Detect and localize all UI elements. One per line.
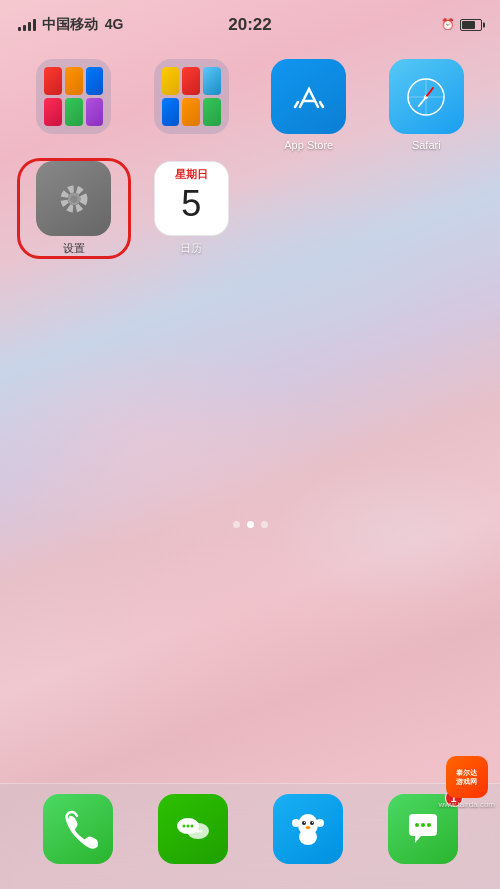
calendar-app[interactable]: 星期日 5 日历 bbox=[138, 161, 246, 256]
svg-point-17 bbox=[199, 830, 202, 833]
svg-point-20 bbox=[310, 821, 314, 825]
settings-label: 设置 bbox=[63, 241, 85, 256]
svg-point-24 bbox=[299, 829, 317, 845]
folder2-icon[interactable] bbox=[138, 59, 246, 151]
calendar-icon: 星期日 5 bbox=[154, 161, 229, 236]
folder-mini-6 bbox=[86, 98, 104, 126]
safari-app[interactable]: Safari bbox=[373, 59, 481, 151]
svg-point-28 bbox=[421, 823, 425, 827]
svg-point-27 bbox=[415, 823, 419, 827]
svg-point-19 bbox=[302, 821, 306, 825]
watermark-logo: 泰尔达游戏网 bbox=[446, 756, 488, 798]
wechat-dock-app[interactable] bbox=[158, 794, 228, 864]
svg-point-29 bbox=[427, 823, 431, 827]
status-bar: 中国移动 4G 20:22 ⏰ bbox=[0, 0, 500, 44]
folder2-mini-6 bbox=[203, 98, 221, 126]
folder2-bg bbox=[154, 59, 229, 134]
svg-point-21 bbox=[303, 822, 304, 823]
folder2-mini-3 bbox=[203, 67, 221, 95]
phone-icon bbox=[43, 794, 113, 864]
folder-mini-4 bbox=[44, 98, 62, 126]
svg-line-5 bbox=[419, 97, 426, 106]
page-dot-2[interactable] bbox=[247, 521, 254, 528]
folder2-mini-1 bbox=[162, 67, 180, 95]
svg-point-23 bbox=[305, 826, 310, 829]
appstore-label: App Store bbox=[284, 139, 333, 151]
svg-point-22 bbox=[311, 822, 312, 823]
folder1-bg bbox=[36, 59, 111, 134]
svg-point-14 bbox=[190, 825, 193, 828]
wechat-icon bbox=[158, 794, 228, 864]
phone-dock-app[interactable] bbox=[43, 794, 113, 864]
svg-line-4 bbox=[426, 88, 433, 97]
folder-mini-1 bbox=[44, 67, 62, 95]
safari-icon bbox=[389, 59, 464, 134]
empty-slot-1 bbox=[255, 161, 330, 236]
carrier-name: 中国移动 bbox=[42, 16, 98, 32]
signal-bars bbox=[18, 16, 42, 32]
settings-icon bbox=[36, 161, 111, 236]
dock: 1 bbox=[0, 783, 500, 889]
folder2-mini-2 bbox=[182, 67, 200, 95]
calendar-label: 日历 bbox=[180, 241, 202, 256]
watermark: 泰尔达游戏网 www.tairda.com bbox=[439, 756, 495, 809]
page-dot-3[interactable] bbox=[261, 521, 268, 528]
svg-point-12 bbox=[182, 825, 185, 828]
svg-point-13 bbox=[186, 825, 189, 828]
svg-point-15 bbox=[193, 830, 196, 833]
app-grid: App Store Safari 设置 星期日 5 日历 bbox=[0, 44, 500, 271]
carrier-info: 中国移动 4G bbox=[18, 16, 123, 34]
safari-label: Safari bbox=[412, 139, 441, 151]
qq-dock-app[interactable] bbox=[273, 794, 343, 864]
watermark-url: www.tairda.com bbox=[439, 800, 495, 809]
empty-slot-2 bbox=[373, 161, 448, 236]
folder-mini-5 bbox=[65, 98, 83, 126]
battery-icon bbox=[460, 19, 482, 31]
alarm-icon: ⏰ bbox=[441, 18, 455, 31]
svg-point-9 bbox=[70, 195, 77, 202]
svg-point-25 bbox=[292, 819, 300, 827]
folder2-mini-4 bbox=[162, 98, 180, 126]
page-dot-1[interactable] bbox=[233, 521, 240, 528]
appstore-icon bbox=[271, 59, 346, 134]
folder1-icon[interactable] bbox=[20, 59, 128, 151]
calendar-day-name: 星期日 bbox=[155, 162, 228, 184]
folder2-mini-5 bbox=[182, 98, 200, 126]
page-dots bbox=[0, 521, 500, 528]
svg-point-16 bbox=[196, 830, 199, 833]
status-time: 20:22 bbox=[228, 15, 271, 35]
qq-icon bbox=[273, 794, 343, 864]
network-type: 4G bbox=[105, 16, 124, 32]
folder-mini-3 bbox=[86, 67, 104, 95]
status-icons: ⏰ bbox=[441, 18, 482, 31]
settings-app[interactable]: 设置 bbox=[20, 161, 128, 256]
folder-mini-2 bbox=[65, 67, 83, 95]
appstore-app[interactable]: App Store bbox=[255, 59, 363, 151]
calendar-day-number: 5 bbox=[181, 186, 201, 222]
svg-point-26 bbox=[316, 819, 324, 827]
